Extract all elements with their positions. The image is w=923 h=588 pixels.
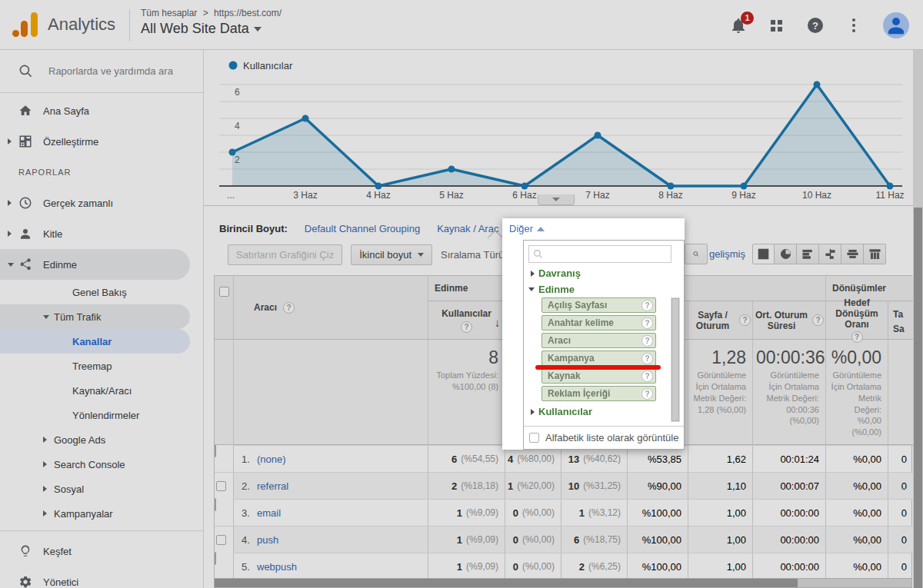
horizontal-scrollbar-thumb[interactable] bbox=[215, 579, 798, 587]
medium-link[interactable]: referral bbox=[257, 480, 288, 492]
help-icon[interactable]: ? bbox=[461, 321, 472, 333]
vertical-scrollbar-thumb[interactable] bbox=[914, 208, 922, 588]
chart-collapse-button[interactable] bbox=[538, 194, 575, 205]
row-checkbox[interactable] bbox=[216, 481, 226, 491]
medium-link[interactable]: webpush bbox=[257, 561, 297, 573]
sidebar-item-y-netici[interactable]: Yönetici bbox=[0, 566, 203, 588]
help-button[interactable]: ? bbox=[806, 16, 825, 35]
dimension-group-kullan-c-lar[interactable]: Kullanıcılar bbox=[528, 404, 679, 420]
annotation-red-underline bbox=[535, 365, 661, 370]
dropdown-scrollbar[interactable] bbox=[671, 297, 680, 422]
apps-grid-button[interactable] bbox=[768, 16, 786, 35]
dimension-search-box[interactable] bbox=[528, 245, 671, 263]
dimension-column-header[interactable]: Aracı? bbox=[233, 276, 428, 340]
secondary-dimension-button[interactable]: İkincil boyut bbox=[351, 244, 432, 265]
help-icon[interactable]: ? bbox=[641, 353, 653, 364]
sidebar-item-kanallar[interactable]: Kanallar bbox=[0, 329, 190, 354]
sidebar-item-search-console[interactable]: Search Console bbox=[0, 452, 203, 477]
sidebar-nav: Ana SayfaÖzelleştirmeRAPORLARGerçek zama… bbox=[0, 93, 203, 588]
help-icon[interactable]: ? bbox=[739, 314, 751, 326]
cell-percent: (%9,09) bbox=[466, 507, 498, 518]
help-icon[interactable]: ? bbox=[812, 314, 824, 326]
help-icon[interactable]: ? bbox=[851, 331, 863, 343]
dimension-group-teknoloji[interactable]: Teknoloji bbox=[528, 420, 679, 424]
sidebar-item-y-nlendirmeler[interactable]: Yönlendirmeler bbox=[0, 403, 203, 427]
sidebar-item--zelle-tirme[interactable]: Özelleştirme bbox=[0, 126, 203, 157]
sidebar-item-treemap[interactable]: Treemap bbox=[0, 354, 203, 378]
medium-link[interactable]: push bbox=[257, 534, 278, 546]
sidebar-item-ger-ek-zamanl-[interactable]: Gerçek zamanlı bbox=[0, 188, 203, 218]
analytics-logo[interactable]: Analytics bbox=[11, 11, 115, 38]
row-checkbox[interactable] bbox=[215, 444, 216, 457]
dimension-group-davran-[interactable]: Davranış bbox=[528, 265, 679, 281]
performance-view-button[interactable] bbox=[797, 244, 819, 264]
dimension-item-anahtar-kelime[interactable]: Anahtar kelime? bbox=[541, 315, 656, 331]
dimension-item-arac-[interactable]: Aracı? bbox=[541, 333, 656, 348]
pages-per-session-column-header[interactable]: Sayfa / Oturum? bbox=[688, 301, 752, 340]
dimension-picker-panel: DavranışEdinmeAçılış Sayfası?Anahtar kel… bbox=[523, 240, 685, 450]
row-checkbox[interactable] bbox=[215, 498, 216, 511]
comparison-view-button[interactable] bbox=[819, 244, 841, 264]
other-dimension-trigger[interactable]: Diğer bbox=[509, 223, 545, 234]
dimension-search-input[interactable] bbox=[546, 247, 671, 261]
help-icon[interactable]: ? bbox=[641, 300, 653, 311]
help-icon[interactable]: ? bbox=[641, 317, 653, 329]
cell-value: 1,10 bbox=[727, 480, 746, 492]
help-icon[interactable]: ? bbox=[283, 302, 295, 314]
table-view-button[interactable] bbox=[752, 244, 775, 264]
search-icon bbox=[693, 248, 699, 260]
users-column-header[interactable]: Kullanıcılar ? ↓ bbox=[428, 301, 505, 340]
sidebar-item-google-ads[interactable]: Google Ads bbox=[0, 427, 203, 452]
dropdown-scrollbar-thumb[interactable] bbox=[671, 298, 679, 421]
svg-text:Kullanıcılar: Kullanıcılar bbox=[243, 60, 293, 71]
dimension-option-default-channel-grouping[interactable]: Default Channel Grouping bbox=[305, 223, 420, 234]
plot-rows-button[interactable]: Satırların Grafiğini Çiz bbox=[228, 244, 342, 265]
sidebar-search[interactable]: Raporlarda ve yardımda ara bbox=[0, 50, 203, 93]
breadcrumb[interactable]: Tüm hesaplar > https://best.com/ bbox=[141, 8, 282, 18]
product-name: Analytics bbox=[48, 15, 115, 35]
help-icon[interactable]: ? bbox=[641, 335, 653, 347]
avg-session-duration-column-header[interactable]: Ort. Oturum Süresi? bbox=[752, 301, 825, 340]
chevron-down-icon bbox=[8, 263, 14, 267]
sidebar-item-t-m-trafik[interactable]: Tüm Trafik bbox=[0, 304, 190, 329]
help-icon[interactable]: ? bbox=[641, 388, 653, 400]
dimension-item-kampanya[interactable]: Kampanya? bbox=[541, 350, 656, 366]
property-selector[interactable]: All Web Site Data bbox=[141, 21, 262, 37]
sidebar-item-edinme[interactable]: Edinme bbox=[0, 249, 190, 280]
sidebar-item-kitle[interactable]: Kitle bbox=[0, 218, 203, 249]
totals-dimension-cell bbox=[233, 340, 428, 445]
sidebar-item-genel-bak-[interactable]: Genel Bakış bbox=[0, 280, 203, 304]
row-checkbox[interactable] bbox=[215, 552, 216, 565]
search-icon bbox=[18, 64, 33, 78]
alphabetical-list-checkbox[interactable] bbox=[529, 433, 539, 443]
advanced-search-link[interactable]: gelişmiş bbox=[709, 248, 745, 260]
select-all-checkbox[interactable] bbox=[219, 287, 229, 297]
dimension-item-label: Reklam İçeriği bbox=[548, 388, 610, 399]
term-cloud-view-button[interactable] bbox=[841, 244, 864, 264]
dimension-group-edinme[interactable]: Edinme bbox=[528, 281, 679, 297]
pivot-view-button[interactable] bbox=[864, 244, 886, 264]
breadcrumb-account[interactable]: Tüm hesaplar bbox=[141, 8, 197, 18]
dimension-item-reklam-i-eri-i[interactable]: Reklam İçeriği? bbox=[541, 386, 656, 401]
dimension-item-a-l-sayfas-[interactable]: Açılış Sayfası? bbox=[541, 297, 656, 313]
notifications-button[interactable]: 1 bbox=[729, 16, 748, 35]
more-menu-button[interactable] bbox=[845, 16, 863, 35]
percentage-view-button[interactable] bbox=[775, 244, 797, 264]
sidebar-item-kaynak-arac-[interactable]: Kaynak/Aracı bbox=[0, 378, 203, 403]
goal-completions-column-header[interactable]: Ta Sa bbox=[888, 301, 913, 340]
goal-conversion-rate-column-header[interactable]: Hedef Dönüşüm Oranı ? bbox=[825, 301, 888, 340]
sidebar-item-ana-sayfa[interactable]: Ana Sayfa bbox=[0, 95, 203, 126]
sidebar-item-kampanyalar[interactable]: Kampanyalar bbox=[0, 501, 203, 526]
table-search-button[interactable] bbox=[685, 244, 708, 264]
row-checkbox[interactable] bbox=[216, 535, 226, 545]
breadcrumb-property-url[interactable]: https://best.com/ bbox=[214, 8, 282, 18]
dimension-item-kaynak[interactable]: Kaynak? bbox=[541, 368, 656, 384]
horizontal-scrollbar[interactable] bbox=[214, 578, 912, 588]
medium-link[interactable]: email bbox=[257, 507, 281, 519]
vertical-scrollbar[interactable] bbox=[913, 50, 923, 588]
medium-link[interactable]: (none) bbox=[257, 453, 286, 465]
sidebar-item-sosyal[interactable]: Sosyal bbox=[0, 477, 203, 501]
help-icon[interactable]: ? bbox=[641, 370, 653, 382]
avatar[interactable] bbox=[883, 12, 909, 38]
sidebar-item-ke-fet[interactable]: Keşfet bbox=[0, 536, 203, 566]
